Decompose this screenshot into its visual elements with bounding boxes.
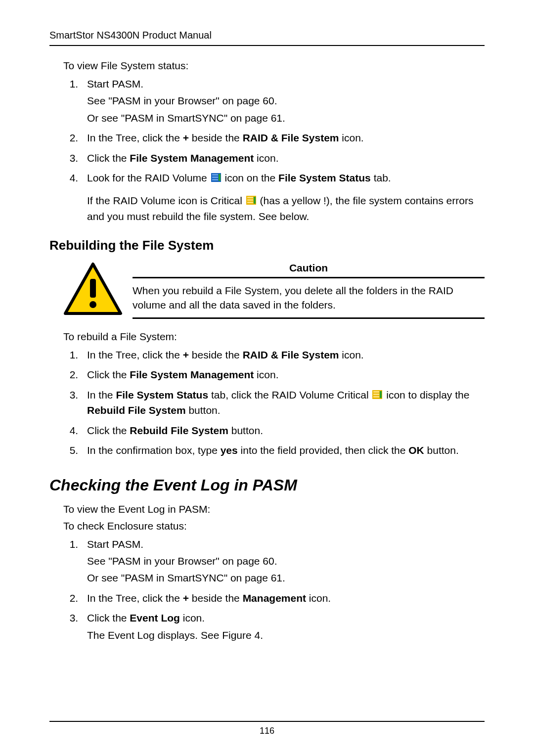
caution-icon: [63, 262, 123, 316]
step-5: In the confirmation box, type yes into t…: [81, 443, 485, 458]
step-1: Start PASM. See "PASM in your Browser" o…: [81, 77, 485, 126]
t: If the RAID Volume icon is Critical: [87, 195, 245, 206]
raid-volume-icon: [211, 171, 221, 186]
svg-rect-2: [212, 177, 218, 178]
t: Click the: [87, 425, 130, 436]
step-sub: See "PASM in your Browser" on page 60.: [87, 554, 485, 569]
t-bold: Rebuild File System: [87, 404, 186, 416]
subheading-rebuild: Rebuilding the File System: [49, 238, 485, 253]
t: Click the: [87, 369, 130, 380]
t: icon.: [339, 349, 364, 360]
t: Click the: [87, 612, 130, 623]
svg-rect-6: [247, 197, 253, 198]
heading-event-log: Checking the Event Log in PASM: [49, 476, 485, 494]
t-bold: File System Management: [130, 369, 254, 380]
caution-content: Caution When you rebuild a File System, …: [133, 262, 485, 319]
section2-intro: To rebuild a File System:: [63, 331, 485, 343]
t-bold: Management: [243, 592, 306, 604]
svg-rect-11: [90, 279, 96, 298]
step-sub: See "PASM in your Browser" on page 60.: [87, 93, 485, 108]
t: button.: [228, 425, 263, 436]
t-bold: File System Management: [130, 152, 254, 164]
step-sub: Or see "PASM in SmartSYNC" on page 61.: [87, 571, 485, 585]
t: beside the: [189, 349, 243, 360]
svg-rect-7: [247, 199, 253, 201]
svg-rect-4: [219, 174, 221, 181]
section2-steps: In the Tree, click the + beside the RAID…: [63, 348, 485, 458]
caution-text: When you rebuild a File System, you dele…: [133, 283, 485, 319]
t: In the Tree, click the: [87, 132, 183, 143]
step-sub: The Event Log displays. See Figure 4.: [87, 628, 485, 643]
t: In the Tree, click the: [87, 349, 183, 360]
svg-rect-8: [247, 202, 253, 203]
page-footer: 116: [49, 721, 485, 736]
t: In the confirmation box, type: [87, 445, 221, 456]
step-3: Click the Event Log icon. The Event Log …: [81, 611, 485, 643]
t: icon.: [254, 152, 278, 164]
t: In the: [87, 389, 116, 400]
step-sub: Or see "PASM in SmartSYNC" on page 61.: [87, 111, 485, 126]
step-2: Click the File System Management icon.: [81, 367, 485, 382]
raid-volume-critical-icon: [372, 388, 382, 403]
t-bold: File System Status: [116, 389, 208, 400]
t: button.: [186, 404, 221, 416]
step-2: In the Tree, click the + beside the Mana…: [81, 591, 485, 606]
svg-rect-17: [380, 391, 382, 398]
svg-rect-15: [373, 394, 379, 395]
step-sub: If the RAID Volume icon is Critical (has…: [87, 193, 485, 224]
t: icon to display the: [383, 389, 469, 400]
t: icon on the: [222, 172, 278, 183]
t: beside the: [189, 592, 243, 604]
t: tab, click the RAID Volume Critical: [208, 389, 371, 400]
plus-sign: +: [183, 349, 189, 360]
t: icon.: [180, 612, 205, 623]
t-bold: Event Log: [130, 612, 180, 623]
plus-sign: +: [183, 592, 189, 604]
caution-block: Caution When you rebuild a File System, …: [63, 262, 485, 319]
svg-rect-3: [212, 179, 218, 180]
page: SmartStor NS4300N Product Manual To view…: [0, 0, 534, 756]
t: tab.: [371, 172, 391, 183]
step-3: Click the File System Management icon.: [81, 151, 485, 166]
step-main: Start PASM.: [87, 78, 143, 89]
t-bold: yes: [221, 445, 238, 456]
step-4: Look for the RAID Volume icon on the Fil…: [81, 171, 485, 224]
svg-rect-9: [254, 197, 256, 204]
svg-point-12: [89, 301, 96, 308]
t: icon.: [339, 132, 364, 143]
raid-volume-critical-icon: [246, 194, 256, 209]
t-bold: OK: [408, 445, 424, 456]
svg-rect-1: [212, 174, 218, 176]
section3-intro2: To check Enclosure status:: [63, 520, 485, 532]
step-1: In the Tree, click the + beside the RAID…: [81, 348, 485, 362]
caution-title: Caution: [133, 262, 485, 278]
t: icon.: [306, 592, 331, 604]
t: In the Tree, click the: [87, 592, 183, 604]
section1-intro: To view File System status:: [63, 60, 485, 72]
step-3: In the File System Status tab, click the…: [81, 388, 485, 418]
t-bold: RAID & File System: [243, 349, 339, 360]
t: beside the: [189, 132, 243, 143]
t: Look for the RAID Volume: [87, 172, 210, 183]
step-1: Start PASM. See "PASM in your Browser" o…: [81, 537, 485, 586]
t: button.: [424, 445, 459, 456]
step-2: In the Tree, click the + beside the RAID…: [81, 131, 485, 145]
step-main: Start PASM.: [87, 538, 143, 550]
section3-steps: Start PASM. See "PASM in your Browser" o…: [63, 537, 485, 643]
t-bold: RAID & File System: [243, 132, 339, 143]
page-number: 116: [260, 726, 274, 736]
section1-steps: Start PASM. See "PASM in your Browser" o…: [63, 77, 485, 224]
step-4: Click the Rebuild File System button.: [81, 423, 485, 438]
t-bold: File System Status: [278, 172, 371, 183]
t: icon.: [254, 369, 278, 380]
section3-intro1: To view the Event Log in PASM:: [63, 503, 485, 515]
page-header: SmartStor NS4300N Product Manual: [49, 30, 485, 46]
t: Click the: [87, 152, 130, 164]
svg-rect-14: [373, 391, 379, 393]
header-title: SmartStor NS4300N Product Manual: [49, 30, 212, 41]
t-bold: Rebuild File System: [130, 425, 228, 436]
svg-rect-16: [373, 396, 379, 398]
plus-sign: +: [183, 132, 189, 143]
t: into the field provided, then click the: [238, 445, 409, 456]
